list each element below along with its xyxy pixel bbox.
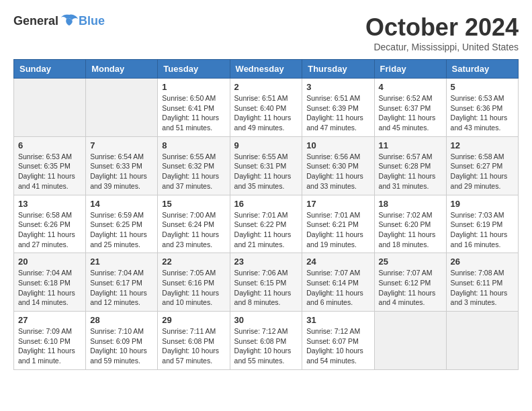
day-number: 23: [234, 257, 298, 267]
day-number: 13: [18, 199, 81, 209]
calendar-cell: 20Sunrise: 7:04 AM Sunset: 6:18 PM Dayli…: [14, 253, 86, 312]
calendar-cell: 16Sunrise: 7:01 AM Sunset: 6:22 PM Dayli…: [230, 195, 302, 253]
page-header: General Blue October 2024 Decatur, Missi…: [13, 13, 519, 52]
day-info: Sunrise: 7:06 AM Sunset: 6:15 PM Dayligh…: [234, 268, 298, 308]
day-number: 22: [162, 257, 225, 267]
day-of-week-header: Sunday: [14, 60, 86, 79]
month-title: October 2024: [365, 13, 519, 42]
day-info: Sunrise: 7:01 AM Sunset: 6:21 PM Dayligh…: [306, 210, 369, 250]
title-block: October 2024 Decatur, Mississippi, Unite…: [365, 13, 519, 52]
calendar-cell: 7Sunrise: 6:54 AM Sunset: 6:33 PM Daylig…: [86, 136, 158, 195]
day-number: 3: [306, 82, 369, 92]
day-info: Sunrise: 6:58 AM Sunset: 6:27 PM Dayligh…: [451, 152, 514, 191]
calendar-cell: 18Sunrise: 7:02 AM Sunset: 6:20 PM Dayli…: [374, 195, 446, 253]
day-info: Sunrise: 7:03 AM Sunset: 6:19 PM Dayligh…: [451, 210, 514, 250]
calendar-cell: 30Sunrise: 7:12 AM Sunset: 6:08 PM Dayli…: [230, 312, 302, 370]
day-number: 18: [379, 199, 442, 209]
location-text: Decatur, Mississippi, United States: [365, 42, 519, 52]
calendar-cell: 24Sunrise: 7:07 AM Sunset: 6:14 PM Dayli…: [302, 253, 374, 312]
day-info: Sunrise: 6:55 AM Sunset: 6:32 PM Dayligh…: [162, 152, 225, 191]
day-info: Sunrise: 6:52 AM Sunset: 6:37 PM Dayligh…: [379, 93, 442, 133]
calendar-cell: 3Sunrise: 6:51 AM Sunset: 6:39 PM Daylig…: [302, 79, 374, 137]
day-number: 1: [162, 82, 225, 92]
day-number: 15: [162, 199, 225, 209]
day-info: Sunrise: 6:50 AM Sunset: 6:41 PM Dayligh…: [162, 93, 225, 133]
day-number: 24: [306, 257, 369, 267]
day-number: 25: [379, 257, 442, 267]
logo: General Blue: [13, 13, 105, 28]
calendar-cell: 12Sunrise: 6:58 AM Sunset: 6:27 PM Dayli…: [446, 136, 518, 195]
day-info: Sunrise: 7:01 AM Sunset: 6:22 PM Dayligh…: [234, 210, 298, 250]
calendar-week-row: 27Sunrise: 7:09 AM Sunset: 6:10 PM Dayli…: [14, 312, 519, 370]
day-info: Sunrise: 6:59 AM Sunset: 6:25 PM Dayligh…: [90, 210, 153, 250]
logo-general-text: General: [13, 14, 58, 28]
day-info: Sunrise: 6:51 AM Sunset: 6:40 PM Dayligh…: [234, 93, 298, 133]
calendar-cell: 31Sunrise: 7:12 AM Sunset: 6:07 PM Dayli…: [302, 312, 374, 370]
calendar-cell: 21Sunrise: 7:04 AM Sunset: 6:17 PM Dayli…: [86, 253, 158, 312]
day-info: Sunrise: 7:05 AM Sunset: 6:16 PM Dayligh…: [162, 268, 225, 308]
calendar-cell: [14, 79, 86, 137]
calendar-cell: 15Sunrise: 7:00 AM Sunset: 6:24 PM Dayli…: [158, 195, 230, 253]
calendar-cell: 17Sunrise: 7:01 AM Sunset: 6:21 PM Dayli…: [302, 195, 374, 253]
day-info: Sunrise: 7:12 AM Sunset: 6:08 PM Dayligh…: [234, 326, 298, 366]
day-number: 28: [90, 315, 153, 325]
calendar-cell: 11Sunrise: 6:57 AM Sunset: 6:28 PM Dayli…: [374, 136, 446, 195]
day-of-week-header: Wednesday: [230, 60, 302, 79]
day-info: Sunrise: 7:02 AM Sunset: 6:20 PM Dayligh…: [379, 210, 442, 250]
day-number: 8: [162, 140, 225, 150]
day-info: Sunrise: 6:55 AM Sunset: 6:31 PM Dayligh…: [234, 152, 298, 191]
day-info: Sunrise: 6:51 AM Sunset: 6:39 PM Dayligh…: [306, 93, 369, 133]
day-info: Sunrise: 7:04 AM Sunset: 6:18 PM Dayligh…: [18, 268, 81, 308]
calendar-cell: [86, 79, 158, 137]
header-row: SundayMondayTuesdayWednesdayThursdayFrid…: [14, 60, 519, 79]
day-info: Sunrise: 6:57 AM Sunset: 6:28 PM Dayligh…: [379, 152, 442, 191]
calendar-cell: 4Sunrise: 6:52 AM Sunset: 6:37 PM Daylig…: [374, 79, 446, 137]
calendar-cell: 10Sunrise: 6:56 AM Sunset: 6:30 PM Dayli…: [302, 136, 374, 195]
day-number: 14: [90, 199, 153, 209]
day-number: 19: [451, 199, 514, 209]
calendar-cell: 2Sunrise: 6:51 AM Sunset: 6:40 PM Daylig…: [230, 79, 302, 137]
day-of-week-header: Thursday: [302, 60, 374, 79]
calendar-body: 1Sunrise: 6:50 AM Sunset: 6:41 PM Daylig…: [14, 79, 519, 370]
calendar-cell: 22Sunrise: 7:05 AM Sunset: 6:16 PM Dayli…: [158, 253, 230, 312]
calendar-cell: 1Sunrise: 6:50 AM Sunset: 6:41 PM Daylig…: [158, 79, 230, 137]
day-of-week-header: Tuesday: [158, 60, 230, 79]
calendar-cell: 28Sunrise: 7:10 AM Sunset: 6:09 PM Dayli…: [86, 312, 158, 370]
calendar-cell: 6Sunrise: 6:53 AM Sunset: 6:35 PM Daylig…: [14, 136, 86, 195]
calendar-week-row: 13Sunrise: 6:58 AM Sunset: 6:26 PM Dayli…: [14, 195, 519, 253]
calendar-week-row: 6Sunrise: 6:53 AM Sunset: 6:35 PM Daylig…: [14, 136, 519, 195]
calendar-cell: [374, 312, 446, 370]
day-of-week-header: Saturday: [446, 60, 518, 79]
day-info: Sunrise: 7:07 AM Sunset: 6:12 PM Dayligh…: [379, 268, 442, 308]
day-info: Sunrise: 7:09 AM Sunset: 6:10 PM Dayligh…: [18, 326, 81, 366]
calendar-cell: 13Sunrise: 6:58 AM Sunset: 6:26 PM Dayli…: [14, 195, 86, 253]
day-number: 4: [379, 82, 442, 92]
day-info: Sunrise: 7:04 AM Sunset: 6:17 PM Dayligh…: [90, 268, 153, 308]
calendar-cell: 25Sunrise: 7:07 AM Sunset: 6:12 PM Dayli…: [374, 253, 446, 312]
day-of-week-header: Friday: [374, 60, 446, 79]
day-info: Sunrise: 7:07 AM Sunset: 6:14 PM Dayligh…: [306, 268, 369, 308]
day-info: Sunrise: 6:58 AM Sunset: 6:26 PM Dayligh…: [18, 210, 81, 250]
day-info: Sunrise: 6:53 AM Sunset: 6:36 PM Dayligh…: [451, 93, 514, 133]
calendar-cell: 14Sunrise: 6:59 AM Sunset: 6:25 PM Dayli…: [86, 195, 158, 253]
calendar-cell: 9Sunrise: 6:55 AM Sunset: 6:31 PM Daylig…: [230, 136, 302, 195]
day-number: 12: [451, 140, 514, 150]
calendar-cell: 19Sunrise: 7:03 AM Sunset: 6:19 PM Dayli…: [446, 195, 518, 253]
calendar-header: SundayMondayTuesdayWednesdayThursdayFrid…: [14, 60, 519, 79]
day-of-week-header: Monday: [86, 60, 158, 79]
day-number: 9: [234, 140, 298, 150]
day-info: Sunrise: 7:12 AM Sunset: 6:07 PM Dayligh…: [306, 326, 369, 366]
calendar-cell: 26Sunrise: 7:08 AM Sunset: 6:11 PM Dayli…: [446, 253, 518, 312]
day-number: 10: [306, 140, 369, 150]
day-number: 20: [18, 257, 81, 267]
day-number: 30: [234, 315, 298, 325]
day-info: Sunrise: 6:56 AM Sunset: 6:30 PM Dayligh…: [306, 152, 369, 191]
calendar-cell: 29Sunrise: 7:11 AM Sunset: 6:08 PM Dayli…: [158, 312, 230, 370]
logo-bird-icon: [60, 13, 79, 28]
day-number: 5: [451, 82, 514, 92]
calendar-table: SundayMondayTuesdayWednesdayThursdayFrid…: [13, 59, 519, 370]
calendar-cell: 5Sunrise: 6:53 AM Sunset: 6:36 PM Daylig…: [446, 79, 518, 137]
day-info: Sunrise: 7:11 AM Sunset: 6:08 PM Dayligh…: [162, 326, 225, 366]
day-number: 31: [306, 315, 369, 325]
day-number: 7: [90, 140, 153, 150]
